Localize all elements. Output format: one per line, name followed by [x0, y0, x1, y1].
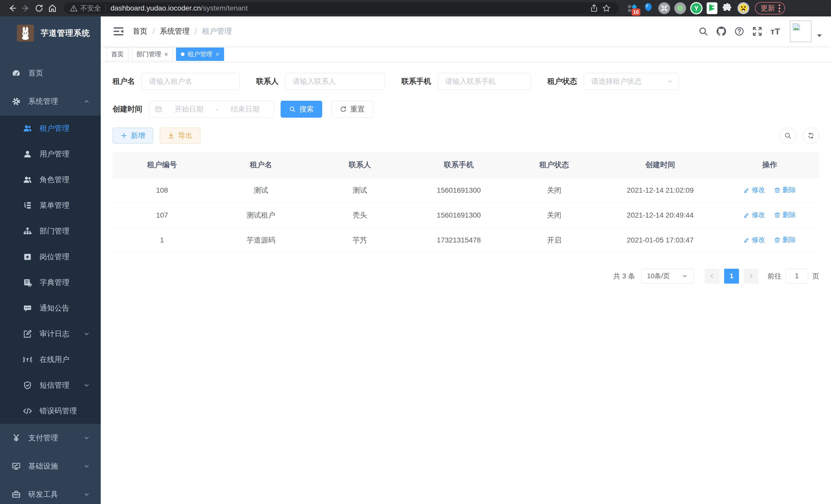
yuque-extension-icon[interactable]: Y	[690, 2, 703, 14]
delete-link[interactable]: 删除	[774, 235, 796, 244]
col-status: 租户状态	[508, 152, 600, 178]
edit-link[interactable]: 修改	[744, 235, 765, 244]
logo-image	[17, 25, 34, 41]
next-page-button[interactable]	[744, 269, 758, 284]
sidebar-item-dict[interactable]: 字典管理	[0, 270, 101, 295]
mobile-label: 联系手机	[401, 76, 431, 87]
tags-view: 首页 部门管理 × 租户管理 ×	[101, 46, 831, 62]
sidebar-item-home[interactable]: 首页	[0, 59, 101, 87]
balloon-extension-icon[interactable]	[642, 2, 654, 14]
org-tree-icon	[23, 227, 32, 236]
github-icon[interactable]	[713, 23, 729, 39]
export-button[interactable]: 导出	[160, 128, 200, 144]
browser-forward-icon[interactable]	[19, 2, 32, 15]
sidebar-item-post[interactable]: 岗位管理	[0, 244, 101, 270]
sidebar-item-audit-log[interactable]: 审计日志	[0, 321, 101, 347]
contact-input[interactable]	[288, 77, 382, 86]
chevron-down-icon	[83, 491, 90, 498]
trash-icon	[774, 187, 780, 193]
sidebar-item-pay[interactable]: 支付管理	[0, 424, 101, 452]
chevron-down-icon	[83, 435, 90, 441]
sidebar-item-user[interactable]: 用户管理	[0, 141, 101, 167]
command-extension-icon[interactable]	[658, 2, 670, 14]
sidebar-item-notice[interactable]: 通知公告	[0, 295, 101, 321]
breadcrumb-system[interactable]: 系统管理	[160, 26, 190, 36]
breadcrumb: 首页 / 系统管理 / 租户管理	[133, 26, 232, 36]
dict-book-icon	[23, 278, 32, 287]
browser-home-icon[interactable]	[46, 2, 59, 15]
sidebar-item-infra[interactable]: 基础设施	[0, 452, 101, 480]
extension-badge: 10	[632, 8, 640, 16]
address-bar[interactable]: 不安全 dashboard.yudao.iocoder.cn/system/te…	[64, 2, 619, 14]
broken-image-icon	[792, 23, 801, 31]
menu-tree-icon	[23, 201, 32, 210]
delete-link[interactable]: 删除	[774, 210, 796, 219]
active-dot	[181, 52, 184, 56]
tab-home[interactable]: 首页	[106, 48, 128, 61]
browser-menu-icon[interactable]	[779, 4, 780, 12]
search-icon	[289, 106, 296, 113]
goto-page-input[interactable]	[785, 269, 808, 284]
sidebar-item-error-code[interactable]: 错误码管理	[0, 398, 101, 424]
browser-reload-icon[interactable]	[32, 2, 46, 15]
font-size-icon[interactable]: тT	[767, 23, 783, 39]
sidebar-item-system[interactable]: 系统管理	[0, 87, 101, 116]
reset-button[interactable]: 重置	[332, 101, 373, 118]
col-mobile: 联系手机	[409, 152, 508, 178]
trash-icon	[774, 237, 780, 243]
help-icon[interactable]	[731, 23, 747, 39]
bookmark-star-icon[interactable]	[600, 2, 612, 14]
close-icon[interactable]: ×	[215, 51, 219, 58]
total-count: 共 3 条	[613, 271, 635, 281]
browser-toolbar: 不安全 dashboard.yudao.iocoder.cn/system/te…	[0, 0, 831, 17]
share-icon[interactable]	[588, 2, 600, 14]
edit-link[interactable]: 修改	[744, 185, 765, 195]
toggle-search-button[interactable]	[780, 127, 796, 144]
puzzle-extensions-icon[interactable]	[721, 2, 733, 14]
edit-icon	[744, 187, 750, 193]
status-select[interactable]: 请选择租户状态	[584, 73, 679, 90]
search-button[interactable]: 搜索	[281, 101, 322, 118]
add-button[interactable]: 新增	[113, 128, 153, 144]
table-row: 107 测试租户 秃头 15601691300 关闭 2021-12-14 20…	[113, 203, 819, 228]
table-row: 108 测试 测试 15601691300 关闭 2021-12-14 21:0…	[113, 178, 819, 203]
omnibox-divider	[106, 5, 106, 12]
refresh-table-button[interactable]	[803, 127, 819, 144]
app-logo[interactable]: 芋道管理系统	[0, 17, 101, 50]
avatar[interactable]	[790, 21, 811, 42]
page-size-select[interactable]: 10条/页	[641, 269, 693, 284]
sidebar-item-menu[interactable]: 菜单管理	[0, 192, 101, 218]
fullscreen-icon[interactable]	[749, 23, 765, 39]
tab-tenant[interactable]: 租户管理 ×	[176, 48, 224, 61]
prev-page-button[interactable]	[705, 269, 719, 284]
date-end-placeholder: 结束日期	[223, 104, 268, 114]
chevron-down-icon	[682, 273, 688, 279]
sidebar-fold-icon[interactable]	[113, 25, 124, 37]
browser-back-icon[interactable]	[6, 2, 19, 15]
pinned-extension-icon[interactable]: 10	[627, 2, 638, 14]
sidebar-item-tenant[interactable]: 租户管理	[0, 116, 101, 141]
sidebar-item-devtools[interactable]: 研发工具	[0, 480, 101, 504]
system-submenu: 租户管理 用户管理 角色管理 菜单管理 部门管理	[0, 116, 101, 424]
sidebar-item-online-users[interactable]: 在线用户	[0, 347, 101, 373]
header-search-icon[interactable]	[695, 23, 711, 39]
tab-dept[interactable]: 部门管理 ×	[132, 48, 173, 61]
create-time-range-picker[interactable]: 开始日期 - 结束日期	[149, 101, 274, 118]
flag-extension-icon[interactable]	[707, 2, 717, 14]
dot-extension-icon[interactable]	[674, 2, 686, 14]
tenant-name-input[interactable]	[144, 77, 237, 86]
yen-icon	[12, 434, 21, 442]
breadcrumb-home[interactable]: 首页	[133, 26, 147, 36]
sidebar-item-role[interactable]: 角色管理	[0, 167, 101, 192]
edit-link[interactable]: 修改	[744, 210, 765, 219]
sidebar-item-sms[interactable]: 短信管理	[0, 373, 101, 398]
emoji-extension-icon[interactable]	[738, 2, 749, 14]
close-icon[interactable]: ×	[164, 51, 168, 58]
mobile-input[interactable]	[441, 77, 528, 86]
user-menu-caret-icon[interactable]	[816, 34, 822, 37]
browser-update-button[interactable]: 更新	[755, 2, 785, 14]
sidebar-item-dept[interactable]: 部门管理	[0, 218, 101, 244]
edit-icon	[744, 237, 750, 243]
delete-link[interactable]: 删除	[774, 185, 796, 195]
page-number-1[interactable]: 1	[724, 269, 739, 284]
